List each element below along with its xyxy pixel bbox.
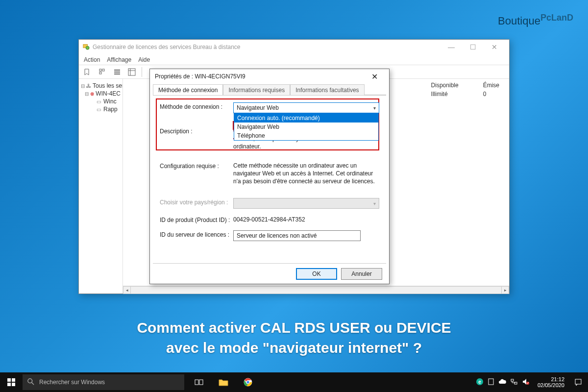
toolbar-icon-3[interactable]	[112, 67, 122, 77]
tree-collapse-icon[interactable]: ⊟	[81, 83, 85, 89]
tray-network-icon[interactable]	[510, 378, 518, 387]
minimize-button[interactable]: —	[441, 40, 462, 54]
taskbar-clock[interactable]: 21:12 02/05/2020	[534, 376, 568, 388]
chevron-down-icon: ▾	[373, 201, 376, 206]
taskbar-search[interactable]: Rechercher sur Windows	[23, 374, 184, 390]
menu-view[interactable]: Affichage	[107, 56, 131, 63]
dialog-titlebar[interactable]: Propriétés de : WIN-4ECIGN75VI9 ✕	[150, 69, 389, 84]
tab-required-info[interactable]: Informations requises	[223, 84, 290, 96]
connection-method-combo[interactable]: Navigateur Web ▾ Connexion auto. (recomm…	[233, 102, 379, 113]
toolbar-icon-2[interactable]	[98, 67, 107, 77]
svg-point-1	[86, 46, 89, 49]
cancel-button[interactable]: Annuler	[341, 268, 382, 280]
svg-rect-10	[12, 378, 15, 382]
report-icon: ▭	[95, 106, 102, 112]
svg-rect-3	[102, 69, 104, 71]
taskbar: Rechercher sur Windows e 21:12 02/05/202…	[0, 372, 588, 392]
col-available-header[interactable]: Disponible	[431, 82, 459, 89]
servers-icon: 🖧	[86, 83, 91, 89]
server-error-icon: ⊗	[90, 91, 94, 97]
svg-rect-8	[128, 69, 135, 75]
tray-server-icon[interactable]	[488, 378, 494, 387]
col-available-value: Illimité	[431, 91, 459, 98]
combo-option-web[interactable]: Navigateur Web	[234, 122, 378, 131]
scroll-left-icon[interactable]: ◂	[123, 286, 131, 294]
menu-help[interactable]: Aide	[138, 56, 150, 63]
svg-rect-7	[114, 74, 120, 74]
svg-rect-6	[114, 72, 120, 73]
connection-method-dropdown[interactable]: Connexion auto. (recommandé) Navigateur …	[234, 113, 379, 141]
label-country: Choisir votre pays/région :	[160, 198, 233, 206]
svg-rect-15	[195, 380, 198, 385]
start-button[interactable]	[0, 372, 23, 392]
svg-point-13	[28, 378, 32, 383]
svg-rect-5	[114, 70, 120, 71]
ok-button[interactable]: OK	[296, 268, 337, 280]
chevron-down-icon: ▾	[373, 105, 376, 111]
system-tray[interactable]: e	[472, 378, 534, 387]
svg-text:e: e	[478, 379, 481, 385]
tree-collapse-icon[interactable]: ⊟	[85, 91, 89, 97]
notification-button[interactable]	[568, 372, 588, 392]
list-columns: Disponible Illimité Émise 0	[421, 79, 509, 100]
label-description: Description :	[160, 127, 233, 135]
horizontal-scrollbar[interactable]: ◂ ▸	[123, 286, 509, 294]
svg-line-14	[32, 382, 34, 384]
label-connection-method: Méthode de connexion :	[160, 102, 233, 110]
window-titlebar[interactable]: Gestionnaire de licences des services Bu…	[79, 40, 509, 54]
svg-rect-9	[7, 378, 11, 382]
search-icon	[27, 378, 34, 387]
tray-volume-icon[interactable]	[522, 378, 530, 387]
tray-edge-icon[interactable]: e	[476, 378, 484, 387]
toolbar-icon-1[interactable]	[83, 67, 93, 77]
svg-rect-4	[99, 72, 101, 74]
tab-optional-info[interactable]: Informations facultatives	[290, 84, 364, 96]
server-tree[interactable]: ⊟🖧Tous les serv ⊟⊗WIN-4EC ▭Winc ▭Rapp	[79, 79, 123, 294]
tray-cloud-icon[interactable]	[498, 379, 506, 386]
product-id-value: 00429-00521-42984-AT352	[233, 216, 379, 223]
combo-option-phone[interactable]: Téléphone	[234, 131, 378, 140]
license-icon: ▭	[95, 98, 102, 104]
label-config: Configuration requise :	[160, 162, 233, 170]
scroll-right-icon[interactable]: ▸	[501, 286, 509, 294]
col-issued-value: 0	[483, 91, 499, 98]
menu-action[interactable]: Action	[84, 56, 100, 63]
country-combo-disabled: ▾	[233, 198, 379, 209]
chrome-icon[interactable]	[237, 372, 259, 392]
app-icon	[83, 43, 90, 51]
maximize-button[interactable]: ☐	[462, 40, 484, 54]
properties-dialog: Propriétés de : WIN-4ECIGN75VI9 ✕ Méthod…	[149, 69, 390, 284]
close-button[interactable]: ✕	[484, 40, 505, 54]
file-explorer-icon[interactable]	[213, 372, 234, 392]
toolbar-icon-4[interactable]	[127, 67, 137, 77]
watermark-logo: BoutiquePcLanD	[498, 15, 573, 27]
task-view-button[interactable]	[188, 372, 210, 392]
window-title: Gestionnaire de licences des services Bu…	[93, 44, 241, 50]
config-text: Cette méthode nécessite un ordinateur av…	[233, 162, 379, 186]
dialog-tabs: Méthode de connexion Informations requis…	[150, 84, 389, 95]
label-product-id: ID de produit (Product ID) :	[160, 216, 233, 223]
svg-rect-2	[99, 69, 101, 71]
dialog-close-button[interactable]: ✕	[365, 69, 384, 84]
menu-bar: Action Affichage Aide	[79, 54, 509, 65]
svg-rect-12	[12, 383, 15, 386]
server-id-field[interactable]: Serveur de licences non activé	[233, 230, 361, 241]
col-issued-header[interactable]: Émise	[483, 82, 499, 89]
combo-option-auto[interactable]: Connexion auto. (recommandé)	[234, 114, 378, 122]
tutorial-caption: Comment activer CAL RDS USER ou DEVICE a…	[0, 318, 588, 358]
svg-rect-11	[7, 383, 11, 386]
svg-rect-24	[511, 379, 514, 381]
svg-rect-16	[199, 380, 203, 385]
tab-connection-method[interactable]: Méthode de connexion	[153, 84, 223, 96]
dialog-title: Propriétés de : WIN-4ECIGN75VI9	[155, 73, 245, 80]
svg-rect-23	[489, 379, 493, 385]
svg-rect-28	[575, 379, 581, 384]
label-server-id: ID du serveur de licences :	[160, 230, 233, 238]
